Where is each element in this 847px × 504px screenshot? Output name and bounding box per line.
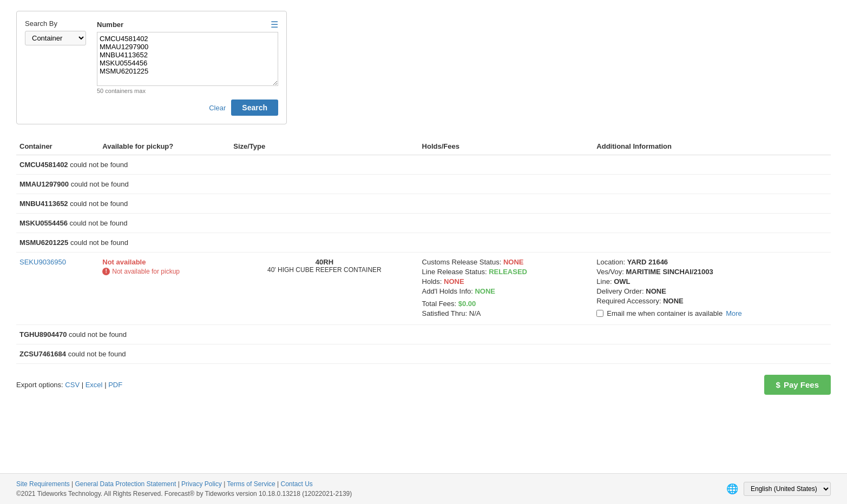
search-panel: Search By Container Bill of Lading Booki… — [16, 11, 287, 124]
container-id: MSMU6201225 — [19, 238, 68, 247]
delivery-label: Delivery Order: — [596, 287, 646, 295]
container-id: CMCU4581402 — [19, 161, 68, 169]
location-value: YARD 21646 — [627, 258, 668, 266]
size-type-main: 40RH — [233, 258, 415, 266]
copyright: ©2021 Tideworks Technology. All Rights R… — [16, 490, 352, 498]
not-available-text: Not available — [102, 258, 227, 266]
addl-holds-value: NONE — [475, 287, 495, 295]
line-release-value: RELEASED — [489, 268, 527, 276]
footer-links: Site Requirements | General Data Protect… — [16, 480, 352, 488]
additional-info-cell: Location: YARD 21646 Ves/Voy: MARITIME S… — [593, 253, 831, 325]
holds-value: NONE — [444, 277, 464, 286]
customs-release-value: NONE — [503, 258, 524, 266]
export-pdf[interactable]: PDF — [108, 381, 122, 389]
satisfied-thru-value: N/A — [469, 309, 481, 317]
pay-fees-label: Pay Fees — [784, 380, 819, 389]
clear-button[interactable]: Clear — [209, 104, 226, 112]
export-csv[interactable]: CSV — [65, 381, 80, 389]
more-link[interactable]: More — [726, 309, 742, 317]
table-row: MNBU4113652 could not be found — [16, 194, 831, 214]
terms-link[interactable]: Terms of Service — [227, 480, 275, 488]
export-label: Export options: — [16, 381, 63, 389]
search-button[interactable]: Search — [231, 100, 278, 116]
footer-right: 🌐 English (United States) — [726, 482, 831, 496]
holds-cell: Customs Release Status: NONE Line Releas… — [419, 253, 594, 325]
list-icon[interactable]: ☰ — [271, 19, 278, 30]
search-by-select[interactable]: Container Bill of Lading Booking — [25, 31, 86, 45]
email-label: Email me when container is available — [607, 309, 723, 317]
table-row: MSKU0554456 could not be found — [16, 214, 831, 233]
location-label: Location: — [596, 258, 627, 266]
table-row: CMCU4581402 could not be found — [16, 155, 831, 175]
email-checkbox[interactable] — [596, 310, 603, 317]
pay-fees-icon: $ — [776, 380, 780, 389]
col-sizetype: Size/Type — [230, 138, 418, 155]
customs-release-label: Customs Release Status: — [422, 258, 503, 266]
total-fees-value: $0.00 — [458, 300, 476, 308]
contact-link[interactable]: Contact Us — [281, 480, 313, 488]
container-link[interactable]: SEKU9036950 — [19, 258, 66, 266]
total-fees-label: Total Fees: — [422, 300, 458, 308]
sizetype-cell: 40RH 40' HIGH CUBE REEFER CONTAINER — [230, 253, 418, 325]
col-additional: Additional Information — [593, 138, 831, 155]
footer: Site Requirements | General Data Protect… — [0, 473, 847, 504]
info-icon: ! — [102, 268, 110, 275]
container-id: TGHU8904470 — [19, 330, 67, 339]
container-id: MMAU1297900 — [19, 180, 69, 188]
gdpr-link[interactable]: General Data Protection Statement — [75, 480, 176, 488]
satisfied-thru-label: Satisfied Thru: — [422, 309, 469, 317]
not-available-pickup: ! Not available for pickup — [102, 268, 227, 275]
line-release-label: Line Release Status: — [422, 268, 489, 276]
table-row: TGHU8904470 could not be found — [16, 325, 831, 344]
container-cell: SEKU9036950 — [16, 253, 99, 325]
table-row: ZCSU7461684 could not be found — [16, 344, 831, 364]
export-excel[interactable]: Excel — [86, 381, 103, 389]
table-row: MSMU6201225 could not be found — [16, 233, 831, 253]
export-row: Export options: CSV | Excel | PDF $ Pay … — [16, 375, 831, 395]
line-label: Line: — [596, 277, 614, 286]
col-holds: Holds/Fees — [419, 138, 594, 155]
search-by-label: Search By — [25, 19, 86, 28]
site-requirements-link[interactable]: Site Requirements — [16, 480, 70, 488]
max-hint: 50 containers max — [97, 88, 278, 94]
globe-icon: 🌐 — [726, 483, 738, 495]
privacy-link[interactable]: Privacy Policy — [181, 480, 222, 488]
delivery-value: NONE — [646, 287, 666, 295]
addl-holds-label: Add'l Holds Info: — [422, 287, 475, 295]
size-type-desc: 40' HIGH CUBE REEFER CONTAINER — [233, 266, 415, 274]
vesvoy-value: MARITIME SINCHAI/21003 — [626, 268, 713, 276]
holds-label: Holds: — [422, 277, 444, 286]
availability-cell: Not available ! Not available for pickup — [99, 253, 230, 325]
vesvoy-label: Ves/Voy: — [596, 268, 626, 276]
number-label: Number — [97, 21, 123, 29]
accessory-value: NONE — [663, 297, 684, 305]
container-id: MNBU4113652 — [19, 200, 68, 208]
col-container: Container — [16, 138, 99, 155]
container-id: ZCSU7461684 — [19, 350, 66, 358]
table-row: MMAU1297900 could not be found — [16, 175, 831, 194]
export-options: Export options: CSV | Excel | PDF — [16, 381, 122, 389]
col-available: Available for pickup? — [99, 138, 230, 155]
table-row-found: SEKU9036950 Not available ! Not availabl… — [16, 253, 831, 325]
number-textarea[interactable]: CMCU4581402 MMAU1297900 MNBU4113652 MSKU… — [97, 32, 278, 86]
footer-left: Site Requirements | General Data Protect… — [16, 480, 352, 498]
pay-fees-button[interactable]: $ Pay Fees — [764, 375, 831, 395]
language-select[interactable]: English (United States) — [744, 482, 831, 496]
results-table: Container Available for pickup? Size/Typ… — [16, 138, 831, 364]
line-value: OWL — [614, 277, 630, 286]
container-id: MSKU0554456 — [19, 219, 68, 227]
accessory-label: Required Accessory: — [596, 297, 663, 305]
